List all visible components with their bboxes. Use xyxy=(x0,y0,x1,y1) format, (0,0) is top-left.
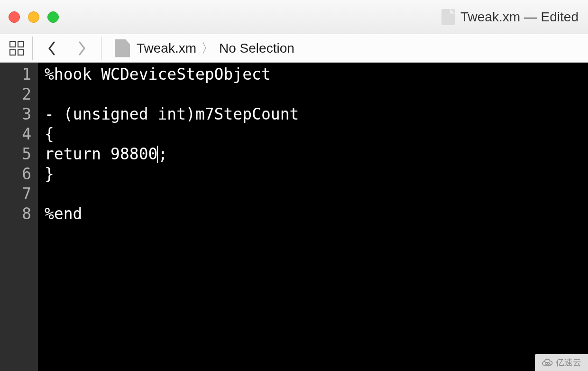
window-titlebar: Tweak.xm — Edited xyxy=(0,0,588,34)
line-number: 3 xyxy=(0,104,38,124)
traffic-lights xyxy=(0,11,59,23)
breadcrumb-selection[interactable]: No Selection xyxy=(219,41,294,56)
window-title: Tweak.xm — Edited xyxy=(441,9,579,25)
window-title-text: Tweak.xm — Edited xyxy=(460,9,579,25)
line-number: 6 xyxy=(0,164,38,184)
maximize-window-button[interactable] xyxy=(47,11,59,23)
code-area[interactable]: %hook WCDeviceStepObject- (unsigned int)… xyxy=(38,63,588,371)
document-icon xyxy=(441,9,455,25)
nav-back-button[interactable] xyxy=(42,39,61,58)
code-line[interactable]: %end xyxy=(45,204,588,224)
svg-point-0 xyxy=(545,362,547,364)
line-number: 7 xyxy=(0,184,38,204)
watermark-text: 亿速云 xyxy=(556,357,581,368)
line-number: 2 xyxy=(0,84,38,104)
breadcrumb[interactable]: Tweak.xm 〉 No Selection xyxy=(137,39,294,57)
file-icon xyxy=(115,39,130,57)
code-line[interactable]: %hook WCDeviceStepObject xyxy=(45,65,588,84)
code-line[interactable]: } xyxy=(45,164,588,184)
code-editor: 12345678 %hook WCDeviceStepObject- (unsi… xyxy=(0,63,588,371)
code-line[interactable]: return 98800; xyxy=(45,144,588,164)
code-line[interactable]: - (unsigned int)m7StepCount xyxy=(45,104,588,124)
code-line[interactable] xyxy=(45,184,588,204)
nav-forward-button[interactable] xyxy=(73,39,92,58)
toolbar-divider xyxy=(32,37,33,60)
minimize-window-button[interactable] xyxy=(28,11,39,23)
line-number: 4 xyxy=(0,124,38,144)
cloud-icon xyxy=(542,357,553,368)
chevron-right-icon: 〉 xyxy=(201,39,214,57)
svg-point-1 xyxy=(547,362,549,364)
line-number: 1 xyxy=(0,65,38,84)
line-number: 5 xyxy=(0,144,38,164)
breadcrumb-file[interactable]: Tweak.xm xyxy=(137,41,196,56)
toolbar-divider xyxy=(101,37,101,60)
navigation-toolbar: Tweak.xm 〉 No Selection xyxy=(0,34,588,63)
close-window-button[interactable] xyxy=(9,11,20,23)
line-number-gutter: 12345678 xyxy=(0,63,38,371)
related-items-icon[interactable] xyxy=(9,41,24,56)
code-line[interactable]: { xyxy=(45,124,588,144)
code-line[interactable] xyxy=(45,84,588,104)
line-number: 8 xyxy=(0,204,38,224)
watermark: 亿速云 xyxy=(535,354,588,371)
